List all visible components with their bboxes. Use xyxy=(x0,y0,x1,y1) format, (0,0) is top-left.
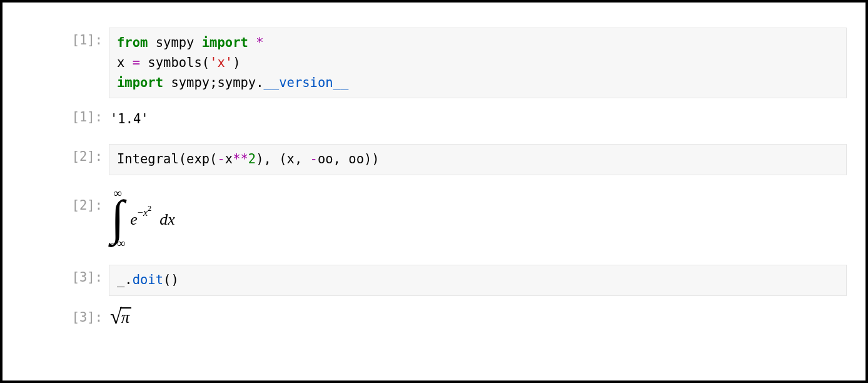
math-e: e xyxy=(130,210,138,228)
op-dstar: ** xyxy=(233,151,248,166)
exp-x: x xyxy=(143,207,148,218)
prompt-in-2: [2]: xyxy=(21,144,109,164)
paren-3: () xyxy=(163,272,179,287)
str-x: 'x' xyxy=(209,55,233,70)
prompt-out-1: [1]: xyxy=(21,110,109,125)
exp-neg: − xyxy=(138,207,143,218)
assign-left: x xyxy=(117,55,133,70)
output-1-text: '1.4' xyxy=(109,110,847,129)
exp-two: 2 xyxy=(148,204,151,213)
cell-1-input: [1]: from sympy import * x = symbols('x'… xyxy=(21,28,847,98)
prompt-in-1: [1]: xyxy=(21,28,109,48)
code-input-3[interactable]: _.doit() xyxy=(109,265,847,296)
rparen-1: ) xyxy=(233,55,240,70)
op-eq: = xyxy=(133,55,140,70)
rest-2: oo, oo)) xyxy=(318,151,380,166)
notebook-page: [1]: from sympy import * x = symbols('x'… xyxy=(0,0,868,383)
pi: π xyxy=(121,308,130,327)
dx-d: d xyxy=(159,210,168,228)
underscore: _ xyxy=(117,272,124,287)
cell-1-output: [1]: '1.4' xyxy=(21,110,847,129)
prompt-out-3: [3]: xyxy=(21,307,109,325)
cell-3-input: [3]: _.doit() xyxy=(21,265,847,296)
mod-sympy-3: sympy xyxy=(217,75,256,90)
method-doit: doit xyxy=(133,272,163,287)
output-3-math: √ π xyxy=(109,307,847,327)
cell-3-output: [3]: √ π xyxy=(21,307,847,327)
code-input-1[interactable]: from sympy import * x = symbols('x') imp… xyxy=(109,28,847,98)
dx-x: x xyxy=(168,210,175,228)
call-integral: Integral(exp( xyxy=(117,151,217,166)
code-input-2[interactable]: Integral(exp(-x**2), (x, -oo, oo)) xyxy=(109,144,847,175)
prompt-out-2: [2]: xyxy=(21,186,109,213)
call-symbols: symbols( xyxy=(140,55,209,70)
op-neg-2: - xyxy=(310,151,318,166)
int-lower-limit: −∞ xyxy=(110,237,125,250)
cell-2-input: [2]: Integral(exp(-x**2), (x, -oo, oo)) xyxy=(21,144,847,175)
var-x: x xyxy=(225,151,233,166)
op-neg-1: - xyxy=(217,151,225,166)
kw-import-2: import xyxy=(117,75,163,90)
output-2-math: ∞ ∫ −∞ e−x2 dx xyxy=(109,186,847,250)
dot: . xyxy=(256,75,263,90)
num-2: 2 xyxy=(248,151,256,166)
cell-2-output: [2]: ∞ ∫ −∞ e−x2 dx xyxy=(21,186,847,250)
dot-3: . xyxy=(124,272,132,287)
attr-version: __version__ xyxy=(264,75,349,90)
prompt-in-3: [3]: xyxy=(21,265,109,285)
kw-import-1: import xyxy=(202,35,248,50)
op-star: * xyxy=(256,35,263,50)
integral-sign-icon: ∫ xyxy=(110,198,125,238)
mod-sympy-1: sympy xyxy=(156,35,194,50)
kw-from: from xyxy=(117,35,148,50)
rest-1: ), (x, xyxy=(256,151,310,166)
semi: ; xyxy=(209,75,217,90)
mod-sympy-2: sympy xyxy=(171,75,209,90)
